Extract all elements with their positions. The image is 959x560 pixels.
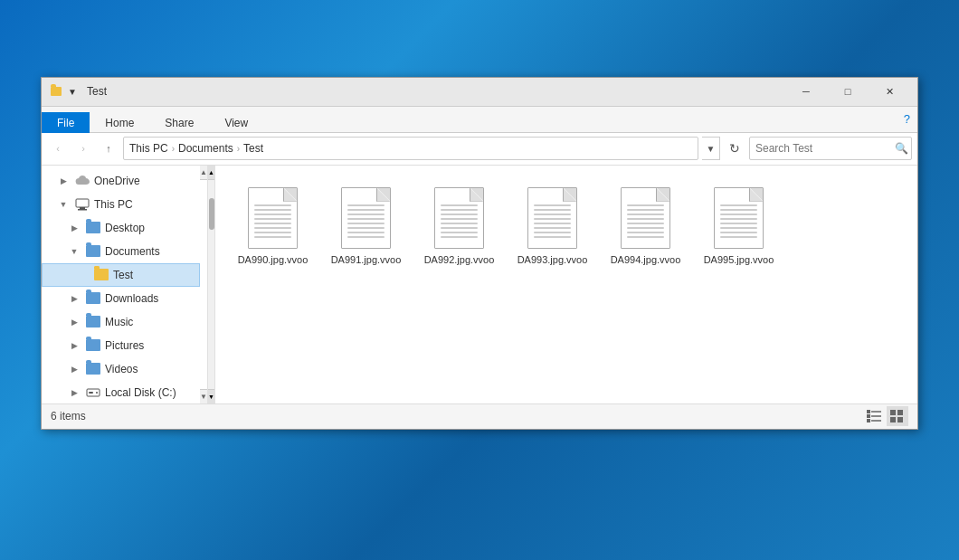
sidebar-label-thispc: This PC [94, 198, 133, 211]
close-button[interactable]: ✕ [869, 77, 910, 106]
file-icon-0 [248, 187, 298, 249]
file-item[interactable]: DA995.jpg.vvoo [696, 180, 782, 273]
expand-documents: ▼ [67, 244, 81, 259]
back-button[interactable]: ‹ [47, 138, 69, 159]
view-details-button[interactable] [863, 406, 885, 426]
sidebar-item-pictures[interactable]: ▶ Pictures [42, 334, 200, 357]
sidebar: ▲ ▶ OneDrive ▼ This PC [42, 166, 207, 403]
expand-videos: ▶ [67, 362, 81, 376]
expand-downloads: ▶ [67, 291, 81, 306]
nav-bar: ‹ › ↑ This PC › Documents › Test ▼ ↻ 🔍 [42, 133, 917, 166]
view-large-button[interactable] [887, 406, 908, 426]
expand-music: ▶ [67, 315, 81, 329]
window-title: Test [87, 85, 785, 98]
pc-icon [74, 196, 90, 213]
tab-home[interactable]: Home [90, 112, 149, 133]
expand-pictures: ▶ [67, 338, 81, 353]
sidebar-label-desktop: Desktop [105, 222, 145, 234]
file-item[interactable]: DA990.jpg.vvoo [230, 180, 316, 273]
videos-icon [85, 361, 101, 377]
file-label-4: DA994.jpg.vvoo [611, 253, 681, 266]
address-dropdown[interactable]: ▼ [702, 137, 720, 160]
sidebar-label-pictures: Pictures [105, 339, 144, 352]
svg-rect-2 [78, 209, 87, 211]
sidebar-item-onedrive[interactable]: ▶ OneDrive [42, 169, 200, 193]
scrollbar-thumb[interactable] [209, 198, 214, 230]
expand-onedrive: ▶ [56, 174, 71, 188]
window-controls: ─ □ ✕ [785, 77, 910, 106]
sidebar-label-videos: Videos [105, 363, 138, 375]
sidebar-scroll-down[interactable]: ▼ [200, 389, 207, 403]
svg-rect-15 [897, 417, 903, 422]
svg-rect-0 [76, 199, 89, 207]
title-folder-icon [49, 84, 63, 99]
file-icon-5 [714, 187, 764, 249]
file-item[interactable]: DA993.jpg.vvoo [509, 180, 595, 273]
breadcrumb-thispc: This PC [129, 142, 168, 155]
sidebar-item-desktop[interactable]: ▶ Desktop [42, 216, 200, 240]
sidebar-scroll-up[interactable]: ▲ [200, 166, 207, 180]
search-input[interactable] [755, 142, 891, 155]
sidebar-item-thispc[interactable]: ▼ This PC [42, 193, 200, 216]
svg-rect-8 [867, 414, 870, 418]
tab-file[interactable]: File [42, 112, 90, 133]
scrollbar-up-arrow[interactable]: ▲ [208, 166, 215, 180]
help-button[interactable]: ? [897, 109, 917, 129]
breadcrumb-sep2: › [237, 144, 240, 154]
sidebar-item-music[interactable]: ▶ Music [42, 310, 200, 334]
status-bar: 6 items [42, 403, 917, 429]
file-label-2: DA992.jpg.vvoo [424, 253, 495, 266]
music-icon [85, 314, 101, 330]
desktop-icon [85, 220, 101, 236]
search-box: 🔍 [749, 137, 912, 160]
ribbon: File Home Share View ? [42, 107, 917, 133]
file-item[interactable]: DA992.jpg.vvoo [416, 180, 502, 273]
view-controls [863, 406, 908, 426]
file-label-0: DA990.jpg.vvoo [238, 253, 309, 266]
minimize-button[interactable]: ─ [785, 77, 827, 106]
expand-localdisk: ▶ [67, 385, 81, 400]
item-count: 6 items [51, 410, 86, 422]
sidebar-item-videos[interactable]: ▶ Videos [42, 357, 200, 381]
downloads-icon [85, 290, 101, 307]
sidebar-item-documents[interactable]: ▼ Documents [42, 240, 200, 263]
file-area: DA990.jpg.vvoo DA991.jpg.vvoo [215, 166, 917, 403]
sidebar-item-downloads[interactable]: ▶ Downloads [42, 287, 200, 310]
svg-rect-1 [80, 207, 85, 209]
main-area: ▲ ▶ OneDrive ▼ This PC [42, 166, 917, 403]
scrollbar-track [209, 180, 214, 389]
ribbon-tabs: File Home Share View ? [42, 107, 917, 132]
sidebar-label-music: Music [105, 316, 133, 328]
svg-point-4 [96, 392, 98, 394]
up-button[interactable]: ↑ [98, 138, 119, 159]
file-item[interactable]: DA991.jpg.vvoo [323, 180, 409, 273]
search-icon[interactable]: 🔍 [895, 142, 908, 155]
file-icon-4 [621, 187, 670, 249]
localdisk-icon [85, 384, 101, 401]
sidebar-item-test[interactable]: Test [42, 263, 200, 287]
sidebar-label-onedrive: OneDrive [94, 175, 140, 187]
file-label-1: DA991.jpg.vvoo [331, 253, 402, 266]
svg-rect-7 [871, 411, 881, 413]
file-item[interactable]: DA994.jpg.vvoo [603, 180, 688, 273]
sidebar-scrollbar: ▲ ▼ [207, 166, 214, 403]
tab-view[interactable]: View [209, 112, 263, 133]
file-icon-2 [434, 187, 484, 249]
svg-rect-14 [890, 417, 896, 422]
expand-desktop: ▶ [67, 221, 81, 235]
breadcrumb-test: Test [243, 142, 263, 155]
address-bar[interactable]: This PC › Documents › Test [123, 137, 698, 160]
forward-button[interactable]: › [72, 138, 94, 159]
sidebar-item-localdisk[interactable]: ▶ Local Disk (C:) [42, 381, 200, 403]
title-icons: ▼ [49, 84, 80, 99]
restore-button[interactable]: □ [827, 77, 869, 106]
svg-rect-9 [871, 415, 881, 417]
onedrive-icon [74, 173, 90, 189]
documents-icon [85, 243, 101, 260]
refresh-button[interactable]: ↻ [724, 137, 745, 160]
svg-rect-10 [867, 419, 870, 422]
tab-share[interactable]: Share [149, 112, 209, 133]
file-icon-1 [341, 187, 391, 249]
scrollbar-down-arrow[interactable]: ▼ [208, 389, 215, 403]
svg-rect-13 [897, 410, 903, 415]
